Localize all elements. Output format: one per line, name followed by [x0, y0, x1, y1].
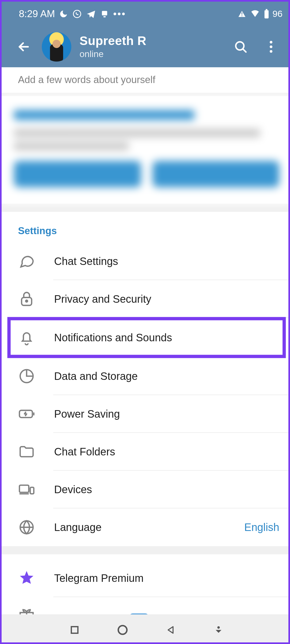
arrow-left-icon	[16, 39, 31, 54]
nav-home-button[interactable]	[115, 622, 131, 638]
telegram-icon	[86, 9, 96, 19]
premium-section: Telegram Premium	[2, 554, 290, 621]
battery-percent: 96	[273, 9, 283, 19]
battery-charging-icon	[18, 405, 35, 422]
moon-icon	[59, 9, 68, 18]
settings-row-label: Data and Storage	[54, 370, 138, 383]
status-bar: 8:29 AM ••• 96	[2, 2, 290, 26]
promo-card-blurred	[2, 96, 290, 204]
svg-rect-1	[102, 11, 107, 16]
divider	[2, 204, 290, 212]
svg-rect-18	[71, 627, 78, 633]
triangle-left-icon	[166, 625, 175, 635]
settings-row-label: Devices	[54, 483, 92, 496]
nav-back-button[interactable]	[162, 622, 179, 638]
svg-point-10	[26, 300, 28, 302]
svg-point-6	[270, 41, 272, 43]
back-button[interactable]	[14, 37, 34, 57]
svg-rect-2	[104, 16, 106, 17]
globe-icon	[18, 519, 35, 536]
bio-field[interactable]: Add a few words about yourself	[2, 67, 290, 93]
svg-rect-3	[264, 10, 268, 18]
settings-row-label: Chat Folders	[54, 445, 115, 458]
bell-icon	[18, 329, 35, 346]
app-bar: Supreeth R online	[2, 26, 290, 67]
settings-row-label: Language	[54, 521, 101, 534]
search-icon	[234, 40, 248, 54]
svg-rect-4	[266, 9, 267, 10]
more-dots-icon: •••	[113, 8, 126, 20]
svg-rect-13	[20, 485, 29, 492]
nav-ime-button[interactable]	[210, 622, 227, 638]
divider	[2, 93, 290, 96]
square-icon	[70, 625, 80, 635]
settings-row-label: Power Saving	[54, 407, 120, 420]
nav-recents-button[interactable]	[67, 622, 83, 638]
bio-placeholder: Add a few words about yourself	[18, 74, 155, 85]
settings-row-notifications[interactable]: Notifications and Sounds	[9, 319, 284, 356]
svg-point-8	[270, 50, 272, 53]
settings-row-language[interactable]: Language English	[2, 508, 290, 546]
settings-row-premium[interactable]: Telegram Premium	[2, 559, 290, 597]
divider	[2, 546, 290, 555]
chat-icon	[18, 253, 35, 270]
folder-icon	[18, 443, 35, 460]
warning-icon	[237, 9, 246, 18]
settings-row-label: Privacy and Security	[54, 293, 151, 305]
settings-section: Settings Chat Settings Privacy and Secur…	[2, 212, 290, 546]
section-header: Settings	[2, 225, 290, 242]
promo-button[interactable]	[152, 161, 279, 187]
svg-rect-14	[30, 487, 34, 494]
svg-point-0	[73, 10, 81, 18]
settings-row-label: Telegram Premium	[54, 572, 143, 585]
settings-row-power-saving[interactable]: Power Saving	[2, 395, 290, 433]
svg-point-7	[270, 46, 272, 48]
settings-row-data-storage[interactable]: Data and Storage	[2, 357, 290, 395]
avatar[interactable]	[42, 32, 71, 61]
settings-row-label: Chat Settings	[54, 255, 118, 268]
system-nav-bar	[2, 614, 290, 644]
svg-point-20	[217, 626, 220, 629]
settings-row-value: English	[244, 521, 279, 534]
pie-chart-icon	[18, 368, 35, 385]
lock-icon	[18, 290, 35, 308]
svg-point-19	[118, 626, 127, 634]
settings-row-label: Notifications and Sounds	[54, 331, 172, 344]
settings-row-privacy[interactable]: Privacy and Security	[2, 280, 290, 318]
settings-row-devices[interactable]: Devices	[2, 471, 290, 508]
more-vertical-icon	[269, 41, 273, 53]
wifi-icon	[250, 9, 260, 18]
settings-row-chat-settings[interactable]: Chat Settings	[2, 242, 290, 280]
battery-icon	[264, 9, 269, 19]
notification-icon	[100, 9, 109, 18]
star-icon	[18, 570, 35, 587]
circle-icon	[117, 624, 128, 636]
search-button[interactable]	[232, 39, 249, 55]
status-time: 8:29 AM	[19, 8, 55, 20]
whatsapp-icon	[72, 9, 82, 19]
profile-name: Supreeth R	[79, 34, 146, 48]
chevron-down-icon	[213, 625, 223, 635]
settings-row-chat-folders[interactable]: Chat Folders	[2, 433, 290, 471]
devices-icon	[18, 481, 35, 498]
profile-status: online	[79, 49, 146, 59]
more-button[interactable]	[263, 39, 279, 55]
promo-button[interactable]	[14, 161, 141, 187]
